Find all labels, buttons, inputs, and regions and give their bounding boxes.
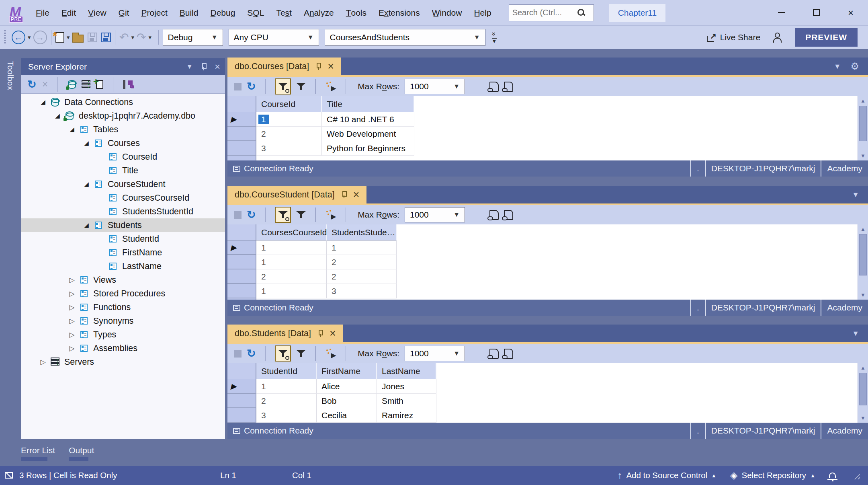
window-position-icon[interactable]: ▼ bbox=[186, 63, 193, 71]
script-icon[interactable] bbox=[489, 82, 499, 92]
expander-icon[interactable]: ▷ bbox=[66, 344, 78, 353]
tree-item-title[interactable]: Title bbox=[21, 164, 225, 177]
filter-icon[interactable] bbox=[296, 82, 306, 91]
scrollbar-thumb[interactable] bbox=[859, 234, 867, 275]
tree-item-types[interactable]: ▷Types bbox=[21, 328, 225, 341]
row-selector[interactable] bbox=[227, 394, 256, 408]
tree-item-students[interactable]: ◢Students bbox=[21, 218, 225, 232]
tree-item-stored-procedures[interactable]: ▷Stored Procedures bbox=[21, 287, 225, 300]
grid-cell[interactable]: Web Development bbox=[322, 127, 414, 141]
script-to-file-icon[interactable] bbox=[504, 349, 513, 359]
tree-item-coursestudent[interactable]: ◢CourseStudent bbox=[21, 177, 225, 191]
grid-corner[interactable] bbox=[227, 363, 256, 379]
new-file-icon[interactable] bbox=[55, 32, 64, 43]
tree-item-courseid[interactable]: CourseId bbox=[21, 150, 225, 164]
column-header[interactable]: LastName bbox=[377, 363, 436, 379]
pin-icon[interactable] bbox=[317, 330, 323, 337]
grid-cell[interactable]: 3 bbox=[256, 408, 317, 423]
expander-icon[interactable]: ▷ bbox=[66, 290, 78, 298]
column-header[interactable]: CourseId bbox=[256, 96, 322, 112]
solution-name-chip[interactable]: Chapter11 bbox=[609, 4, 666, 22]
grid-cell[interactable]: Ramirez bbox=[377, 408, 436, 423]
new-row-stub[interactable] bbox=[227, 298, 256, 300]
scroll-up-icon[interactable]: ▲ bbox=[858, 226, 868, 232]
menu-item-window[interactable]: W̲indow bbox=[426, 0, 468, 25]
grid-cell[interactable]: 1 bbox=[256, 379, 317, 394]
tree-item-lastname[interactable]: LastName bbox=[21, 259, 225, 273]
expander-icon[interactable]: ◢ bbox=[80, 181, 92, 188]
grid-cell[interactable]: Alice bbox=[317, 379, 377, 394]
menu-item-edit[interactable]: E̲dit bbox=[55, 0, 82, 25]
grid-cell[interactable]: 2 bbox=[256, 127, 322, 141]
navigate-forward-button[interactable]: → bbox=[33, 31, 47, 44]
menu-item-view[interactable]: V̲iew bbox=[82, 0, 113, 25]
expander-icon[interactable]: ◢ bbox=[80, 140, 92, 147]
hierarchy-view-icon[interactable] bbox=[123, 80, 133, 89]
grid-cell[interactable]: 2 bbox=[327, 269, 397, 284]
menu-item-tools[interactable]: T̲ools bbox=[340, 0, 373, 25]
filter-icon[interactable] bbox=[296, 349, 306, 358]
script-icon[interactable] bbox=[489, 349, 499, 359]
toolbar-overflow-button[interactable]: » ▼ bbox=[492, 31, 497, 44]
scroll-down-icon[interactable]: ▼ bbox=[858, 292, 868, 298]
refresh-icon[interactable]: ↻ bbox=[247, 80, 256, 93]
expander-icon[interactable]: ▷ bbox=[66, 303, 78, 312]
script-to-file-icon[interactable] bbox=[504, 210, 513, 220]
minimize-button[interactable] bbox=[764, 0, 799, 25]
grid-cell[interactable]: Smith bbox=[377, 394, 436, 408]
live-share-button[interactable]: Live Share bbox=[706, 33, 760, 42]
run-script-icon[interactable] bbox=[325, 348, 336, 359]
undo-dropdown-icon[interactable]: ▾ bbox=[131, 34, 135, 41]
output-tab[interactable]: Output bbox=[69, 446, 94, 461]
pin-icon[interactable] bbox=[315, 63, 321, 70]
filter-toggle-button[interactable] bbox=[275, 345, 291, 362]
expander-icon[interactable]: ◢ bbox=[51, 112, 63, 119]
tree-item-synonyms[interactable]: ▷Synonyms bbox=[21, 314, 225, 328]
connect-to-server-icon[interactable] bbox=[82, 80, 90, 89]
navigate-back-button[interactable]: ← bbox=[12, 31, 25, 44]
tree-item-data-connections[interactable]: ◢Data Connections bbox=[21, 95, 225, 109]
scrollbar-thumb[interactable] bbox=[859, 373, 867, 405]
expander-icon[interactable]: ◢ bbox=[37, 99, 49, 106]
grid-cell[interactable]: 1 bbox=[256, 284, 327, 298]
grid-cell[interactable]: 2 bbox=[327, 255, 397, 269]
row-selector[interactable] bbox=[227, 269, 256, 284]
tab-dbo-coursestudent-data[interactable]: dbo.CourseStudent [Data]× bbox=[227, 186, 366, 203]
account-icon[interactable] bbox=[772, 33, 783, 42]
tree-item-tables[interactable]: ◢Tables bbox=[21, 123, 225, 136]
filter-icon[interactable] bbox=[296, 210, 306, 219]
stop-refresh-icon[interactable]: × bbox=[42, 78, 48, 90]
search-icon[interactable] bbox=[577, 8, 585, 17]
tree-item-studentid[interactable]: StudentId bbox=[21, 232, 225, 246]
refresh-icon[interactable]: ↻ bbox=[27, 78, 37, 91]
close-icon[interactable]: × bbox=[353, 190, 360, 199]
grid-cell[interactable]: Bob bbox=[317, 394, 377, 408]
tree-item-desktop-j1pqhr7-academy-dbo[interactable]: ◢desktop-j1pqhr7.Academy.dbo bbox=[21, 109, 225, 123]
error-list-tab[interactable]: Error List bbox=[21, 446, 55, 461]
grid-corner[interactable] bbox=[227, 96, 256, 112]
grid-cell[interactable]: Python for Beginners bbox=[322, 141, 414, 156]
toolbar-grip[interactable] bbox=[4, 30, 6, 45]
open-file-icon[interactable] bbox=[72, 35, 84, 43]
column-header[interactable]: Title bbox=[322, 96, 414, 112]
resize-grip[interactable] bbox=[852, 471, 860, 479]
grid-cell[interactable]: Jones bbox=[377, 379, 436, 394]
column-header[interactable]: StudentsStude… bbox=[327, 224, 397, 240]
run-script-icon[interactable] bbox=[325, 210, 336, 220]
pin-icon[interactable] bbox=[201, 63, 207, 70]
column-header[interactable]: CoursesCourseId bbox=[256, 224, 327, 240]
close-icon[interactable]: × bbox=[328, 62, 334, 71]
chevron-down-icon[interactable]: ▼ bbox=[852, 329, 859, 338]
gear-icon[interactable]: ⚙ bbox=[850, 61, 859, 72]
vertical-scrollbar[interactable]: ▲▼ bbox=[858, 224, 868, 300]
tree-item-courses[interactable]: ◢Courses bbox=[21, 136, 225, 150]
max-rows-select[interactable]: 1000▼ bbox=[405, 79, 465, 94]
tab-dbo-courses-data[interactable]: dbo.Courses [Data]× bbox=[227, 58, 341, 75]
redo-icon[interactable]: ↷ bbox=[137, 32, 146, 43]
menu-item-build[interactable]: B̲uild bbox=[174, 0, 205, 25]
filter-toggle-button[interactable] bbox=[275, 78, 291, 95]
expander-icon[interactable]: ▷ bbox=[66, 276, 78, 284]
grid-cell[interactable]: 1 bbox=[256, 255, 327, 269]
pin-icon[interactable] bbox=[341, 191, 347, 198]
refresh-icon[interactable]: ↻ bbox=[247, 208, 256, 221]
